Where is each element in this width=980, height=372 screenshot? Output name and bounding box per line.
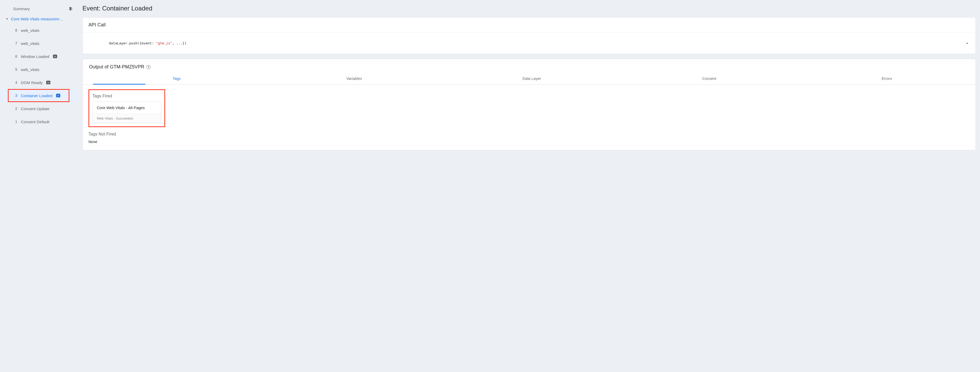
tags-fired-highlight: Tags Fired Core Web Vitals - All Pages W… xyxy=(88,89,165,127)
sidebar-item[interactable]: 2Consent Update xyxy=(0,102,78,115)
main-content: Event: Container Loaded API Call dataLay… xyxy=(78,0,980,372)
sidebar-item-number: 7 xyxy=(14,41,17,45)
caret-down-icon: ▼ xyxy=(6,18,8,20)
api-call-body[interactable]: dataLayer.push({event: "gtm.js", ...}) xyxy=(83,33,975,54)
tag-card-subtitle: Web Vitals - Succeeded xyxy=(92,113,161,123)
help-icon[interactable]: ? xyxy=(146,65,151,69)
code-icon: ‹› xyxy=(56,94,60,97)
sidebar-item-label: DOM Ready xyxy=(21,80,43,85)
code-string: "gtm.js" xyxy=(156,41,172,45)
sidebar-item[interactable]: 4DOM Ready‹› xyxy=(0,76,78,89)
chevron-down-icon[interactable] xyxy=(965,41,970,46)
tag-card[interactable]: Core Web Vitals - All Pages Web Vitals -… xyxy=(92,102,161,123)
tab-errors[interactable]: Errors xyxy=(798,73,975,84)
output-tabs: TagsVariablesData LayerConsentErrors xyxy=(83,73,975,85)
sidebar-item-number: 4 xyxy=(14,80,17,85)
page-title: Event: Container Loaded xyxy=(83,5,976,12)
sidebar-item-label: web_vitals xyxy=(21,28,40,33)
tab-tags[interactable]: Tags xyxy=(88,73,265,84)
sidebar-item-label: Consent Default xyxy=(21,120,49,124)
tab-consent[interactable]: Consent xyxy=(620,73,798,84)
tags-fired-label: Tags Fired xyxy=(92,94,161,98)
sidebar-item[interactable]: 1Consent Default xyxy=(0,115,78,128)
sidebar-item-label: Window Loaded xyxy=(21,54,49,59)
sidebar-item-number: 6 xyxy=(14,54,17,59)
tab-data-layer[interactable]: Data Layer xyxy=(443,73,620,84)
tags-not-fired-label: Tags Not Fired xyxy=(88,132,970,137)
sidebar-item[interactable]: 6Window Loaded‹› xyxy=(0,50,78,63)
tag-card-title: Core Web Vitals - All Pages xyxy=(92,102,161,113)
sidebar-item[interactable]: 5web_vitals xyxy=(0,63,78,76)
tab-variables[interactable]: Variables xyxy=(265,73,443,84)
sidebar-item-label: web_vitals xyxy=(21,41,40,46)
sidebar-item-number: 2 xyxy=(14,107,17,111)
sidebar-group[interactable]: ▼ Core Web Vitals measurem… xyxy=(0,14,78,24)
tags-not-fired-none: None xyxy=(88,140,970,144)
trash-icon[interactable] xyxy=(68,6,73,11)
sidebar-item-number: 8 xyxy=(14,28,17,32)
sidebar-group-label: Core Web Vitals measurem… xyxy=(11,17,63,21)
output-card: Output of GTM-PMZ5VPR ? TagsVariablesDat… xyxy=(83,59,976,150)
sidebar-item[interactable]: 3Container Loaded‹› xyxy=(0,89,78,102)
code-suffix: , ...}) xyxy=(172,41,186,45)
code-icon: ‹› xyxy=(53,54,57,58)
sidebar-item[interactable]: 7web_vitals xyxy=(0,37,78,50)
sidebar-item-number: 5 xyxy=(14,67,17,72)
sidebar-item[interactable]: 8web_vitals xyxy=(0,24,78,37)
code-icon: ‹› xyxy=(46,81,50,84)
sidebar-item-label: Consent Update xyxy=(21,107,49,111)
api-call-title: API Call xyxy=(83,18,975,33)
sidebar-item-number: 1 xyxy=(14,120,17,124)
code-key: event: xyxy=(142,41,156,45)
output-title: Output of GTM-PMZ5VPR xyxy=(89,64,144,70)
sidebar-item-label: web_vitals xyxy=(21,67,40,72)
sidebar-item-label: Container Loaded xyxy=(21,93,52,98)
summary-label[interactable]: Summary xyxy=(13,6,30,11)
code-prefix: dataLayer.push({ xyxy=(109,41,142,45)
api-call-card: API Call dataLayer.push({event: "gtm.js"… xyxy=(83,17,976,54)
sidebar: Summary ▼ Core Web Vitals measurem… 8web… xyxy=(0,0,78,372)
sidebar-item-number: 3 xyxy=(14,93,17,97)
